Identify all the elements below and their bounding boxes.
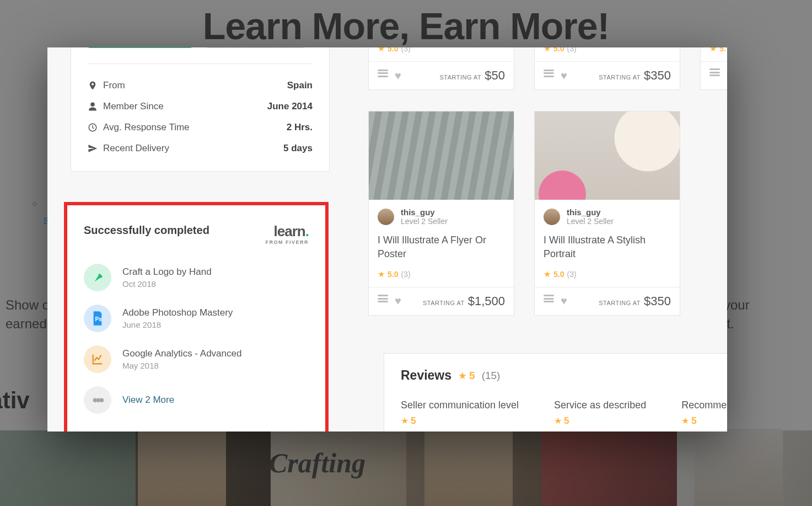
bullet-icon: ○: [32, 199, 37, 209]
gig-card[interactable]: Feminine Logo ★5.0(3) ♥ STARTING AT$50: [368, 47, 514, 90]
profile-card: Contact Me Custom Order From Spain Membe…: [71, 47, 330, 172]
star-icon: ★: [681, 416, 689, 426]
star-icon: ★: [554, 416, 562, 426]
creative-heading: eativ: [0, 387, 30, 414]
gig-thumbnail: [369, 111, 514, 200]
heart-icon[interactable]: ♥: [395, 70, 401, 82]
star-icon: ★: [401, 416, 408, 426]
person-avatar: [695, 429, 783, 506]
review-metric: Service as described ★5: [554, 400, 646, 427]
gig-card[interactable]: This ★5.: [700, 47, 727, 90]
heart-icon[interactable]: ♥: [395, 295, 401, 307]
person-avatar: [424, 429, 513, 506]
info-row-from: From Spain: [88, 75, 313, 96]
photoshop-icon: Ps: [84, 305, 111, 332]
review-metric: Seller communication level ★5: [401, 400, 519, 427]
reviews-section: Reviews ★5 (15) Mo Seller communication …: [384, 353, 727, 432]
learn-item-more: ••• View 2 More: [84, 380, 309, 420]
star-icon: ★: [458, 370, 467, 381]
gig-thumbnail: [535, 111, 680, 200]
learn-logo: learn. FROM FIVERR: [266, 224, 309, 245]
contact-me-button[interactable]: Contact Me: [88, 47, 192, 48]
crafting-title: Crafting: [269, 447, 365, 479]
heart-icon[interactable]: ♥: [561, 295, 567, 307]
profile-info-list: From Spain Member Since June 2014 Avg. R…: [88, 64, 313, 159]
gig-card[interactable]: this_guyLevel 2 Seller I Will Illustrate…: [534, 111, 680, 316]
gigs-area: Feminine Logo ★5.0(3) ♥ STARTING AT$50 L…: [368, 47, 727, 337]
thumbnail-strip: [0, 430, 812, 506]
star-icon: ★: [544, 47, 551, 54]
learn-heading: Successfully completed: [84, 224, 209, 237]
info-row-member: Member Since June 2014: [88, 96, 313, 117]
seller-avatar: [378, 209, 394, 225]
gig-card[interactable]: Logo ★5.0(3) ♥ STARTING AT$350: [534, 47, 680, 90]
location-pin-icon: [88, 81, 103, 90]
view-more-link[interactable]: View 2 More: [122, 395, 174, 406]
learn-section-highlight: Successfully completed learn. FROM FIVER…: [64, 202, 329, 432]
send-icon: [88, 143, 103, 153]
heart-icon[interactable]: ♥: [561, 70, 567, 82]
gig-card[interactable]: this_guyLevel 2 Seller I Will Illustrate…: [368, 111, 514, 316]
gig-title: I Will Illustrate A Flyer Or Poster: [369, 229, 514, 268]
star-icon: ★: [544, 269, 551, 279]
reviews-title: Reviews: [401, 368, 451, 383]
hero-title: Learn More, Earn More!: [0, 4, 812, 47]
pen-nib-icon: [84, 264, 111, 291]
more-icon: •••: [84, 386, 111, 414]
menu-icon[interactable]: [378, 295, 388, 302]
chart-icon: [84, 345, 111, 373]
svg-text:Ps: Ps: [95, 316, 102, 322]
person-avatar: [138, 429, 226, 506]
learn-item: Craft a Logo by HandOct 2018: [84, 257, 309, 298]
user-icon: [88, 102, 103, 111]
seller-avatar: [544, 209, 560, 225]
menu-icon[interactable]: [378, 70, 388, 77]
menu-icon[interactable]: [544, 70, 554, 77]
badge-tagline-right: e your set.: [713, 296, 812, 333]
star-icon: ★: [378, 47, 385, 54]
star-icon: ★: [709, 47, 717, 54]
profile-modal: Contact Me Custom Order From Spain Membe…: [47, 47, 727, 432]
custom-order-button[interactable]: Custom Order: [206, 47, 305, 48]
info-row-delivery: Recent Delivery 5 days: [88, 138, 313, 159]
menu-icon[interactable]: [544, 295, 554, 302]
learn-item: Google Analytics - AdvancedMay 2018: [84, 339, 309, 380]
star-icon: ★: [378, 269, 385, 279]
info-row-response: Avg. Response Time 2 Hrs.: [88, 117, 313, 138]
gig-title: I Will Illustrate A Stylish Portrait: [535, 229, 680, 268]
learn-item: Ps Adobe Photoshop MasteryJune 2018: [84, 298, 309, 339]
clock-icon: [88, 122, 103, 132]
menu-icon[interactable]: [709, 68, 720, 76]
review-metric: Recommend ★5: [681, 400, 727, 427]
